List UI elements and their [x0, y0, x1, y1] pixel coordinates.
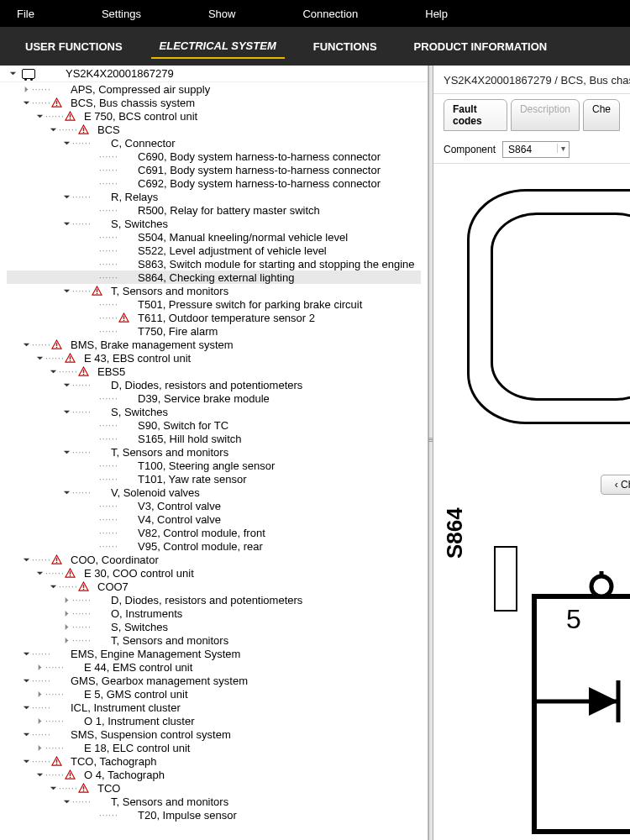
- expand-icon[interactable]: [60, 634, 72, 646]
- tree-item[interactable]: ······C691, Body system harness-to-harne…: [7, 163, 421, 176]
- expand-icon[interactable]: [60, 621, 72, 633]
- collapse-icon[interactable]: [20, 755, 32, 767]
- tree-root[interactable]: YS2K4X20001867279: [0, 66, 428, 82]
- tree-item[interactable]: ······EBS5: [7, 365, 421, 378]
- tree-item[interactable]: ······BCS: [7, 123, 421, 136]
- collapse-icon[interactable]: [60, 218, 72, 229]
- tree-item[interactable]: ······V, Solenoid valves: [7, 486, 421, 499]
- tree-item[interactable]: ······S, Switches: [7, 405, 421, 418]
- collapse-icon[interactable]: [47, 782, 59, 794]
- tree-item[interactable]: ······BMS, Brake management system: [7, 338, 421, 351]
- tree-item[interactable]: ······T, Sensors and monitors: [7, 284, 421, 297]
- tree-item[interactable]: ······COO7: [7, 580, 421, 593]
- collapse-icon[interactable]: [20, 97, 32, 108]
- collapse-icon[interactable]: [47, 123, 59, 135]
- tree-item[interactable]: ······ICL, Instrument cluster: [7, 701, 421, 714]
- expand-icon[interactable]: [34, 715, 45, 727]
- expand-icon[interactable]: [34, 742, 45, 753]
- tree-item[interactable]: ······GMS, Gearbox management system: [7, 674, 421, 687]
- tree-item[interactable]: ······T, Sensors and monitors: [7, 445, 421, 459]
- collapse-icon[interactable]: [20, 554, 32, 565]
- tree-item[interactable]: ······T750, Fire alarm: [7, 324, 421, 338]
- tree-item[interactable]: ······TCO, Tachograph: [7, 754, 421, 768]
- collapse-icon[interactable]: [60, 379, 72, 391]
- expand-icon[interactable]: [34, 661, 45, 673]
- collapse-icon[interactable]: [60, 406, 72, 417]
- collapse-icon[interactable]: [60, 285, 72, 297]
- tree-item[interactable]: ······E 44, EMS control unit: [7, 660, 421, 674]
- menu-file[interactable]: File: [17, 8, 34, 20]
- tree-item[interactable]: ······T611, Outdoor temperature sensor 2: [7, 311, 421, 324]
- tree-item[interactable]: ······APS, Compressed air supply: [7, 82, 421, 96]
- collapse-icon[interactable]: [60, 137, 72, 149]
- tree-item[interactable]: ······TCO: [7, 781, 421, 795]
- tree-item[interactable]: ······T, Sensors and monitors: [7, 633, 421, 647]
- collapse-icon[interactable]: [20, 648, 32, 659]
- tree-item[interactable]: ······S522, Level adjustment of vehicle …: [7, 244, 421, 257]
- tree-item[interactable]: ······T100, Steering angle sensor: [7, 459, 421, 472]
- collapse-icon[interactable]: [20, 728, 32, 740]
- tree-item[interactable]: ······EMS, Engine Management System: [7, 647, 421, 660]
- tree-item[interactable]: ······C690, Body system harness-to-harne…: [7, 150, 421, 163]
- tree-item[interactable]: ······S165, Hill hold switch: [7, 432, 421, 445]
- collapse-icon[interactable]: [7, 68, 18, 80]
- collapse-icon[interactable]: [47, 580, 59, 592]
- tree-item[interactable]: ······S864, Checking external lighting: [7, 270, 421, 284]
- menu-settings[interactable]: Settings: [102, 8, 141, 20]
- tree-item[interactable]: ······T, Sensors and monitors: [7, 795, 421, 808]
- collapse-icon[interactable]: [60, 446, 72, 458]
- tab-user-functions[interactable]: USER FUNCTIONS: [17, 35, 131, 58]
- tree-item[interactable]: ······V82, Control module, front: [7, 526, 421, 539]
- tree-item[interactable]: ······V3, Control valve: [7, 499, 421, 512]
- tree-panel[interactable]: YS2K4X20001867279 ······APS, Compressed …: [0, 66, 428, 840]
- menu-show[interactable]: Show: [208, 8, 236, 20]
- collapse-icon[interactable]: [20, 675, 32, 686]
- tree-item[interactable]: ······C692, Body system harness-to-harne…: [7, 176, 421, 190]
- collapse-icon[interactable]: [20, 339, 32, 350]
- tab-product-information[interactable]: PRODUCT INFORMATION: [406, 35, 556, 58]
- collapse-icon[interactable]: [34, 110, 45, 122]
- tree-item[interactable]: ······O, Instruments: [7, 606, 421, 620]
- check-button[interactable]: ‹ Check: [601, 475, 630, 495]
- collapse-icon[interactable]: [34, 769, 45, 780]
- tree-item[interactable]: ······D, Diodes, resistors and potentiom…: [7, 593, 421, 606]
- tree-item[interactable]: ······S, Switches: [7, 217, 421, 230]
- tree-item[interactable]: ······SMS, Suspension control system: [7, 727, 421, 741]
- tree-item[interactable]: ······V95, Control module, rear: [7, 539, 421, 553]
- subtab-check[interactable]: Che: [583, 99, 620, 131]
- tree-item[interactable]: ······COO, Coordinator: [7, 553, 421, 566]
- tree-item[interactable]: ······S90, Switch for TC: [7, 418, 421, 432]
- tree-item[interactable]: ······O 4, Tachograph: [7, 768, 421, 781]
- collapse-icon[interactable]: [47, 365, 59, 377]
- tree-item[interactable]: ······R, Relays: [7, 190, 421, 203]
- tree-item[interactable]: ······E 5, GMS control unit: [7, 687, 421, 701]
- tab-electrical-system[interactable]: ELECTRICAL SYSTEM: [151, 34, 285, 59]
- menu-help[interactable]: Help: [425, 8, 448, 20]
- collapse-icon[interactable]: [20, 701, 32, 713]
- tree-item[interactable]: ······O 1, Instrument cluster: [7, 714, 421, 727]
- tree-item[interactable]: ······E 18, ELC control unit: [7, 741, 421, 754]
- expand-icon[interactable]: [34, 688, 45, 700]
- tree-item[interactable]: ······E 30, COO control unit: [7, 566, 421, 580]
- collapse-icon[interactable]: [60, 486, 72, 498]
- tree-item[interactable]: ······T101, Yaw rate sensor: [7, 472, 421, 486]
- tree-item[interactable]: ······C, Connector: [7, 136, 421, 150]
- tree-item[interactable]: ······E 750, BCS control unit: [7, 109, 421, 123]
- tree-item[interactable]: ······S863, Switch module for starting a…: [7, 257, 421, 270]
- expand-icon[interactable]: [60, 594, 72, 606]
- component-dropdown[interactable]: S864: [502, 141, 570, 158]
- collapse-icon[interactable]: [34, 567, 45, 579]
- collapse-icon[interactable]: [60, 795, 72, 807]
- expand-icon[interactable]: [20, 83, 32, 95]
- collapse-icon[interactable]: [60, 191, 72, 202]
- tree-item[interactable]: ······D39, Service brake module: [7, 391, 421, 405]
- tree-item[interactable]: ······BCS, Bus chassis system: [7, 96, 421, 109]
- tree-item[interactable]: ······V4, Control valve: [7, 512, 421, 526]
- tab-functions[interactable]: FUNCTIONS: [305, 35, 386, 58]
- expand-icon[interactable]: [60, 607, 72, 619]
- tree-item[interactable]: ······S, Switches: [7, 620, 421, 633]
- tree-item[interactable]: ······T20, Impulse sensor: [7, 808, 421, 822]
- tree-item[interactable]: ······T501, Pressure switch for parking …: [7, 297, 421, 311]
- tree-item[interactable]: ······D, Diodes, resistors and potentiom…: [7, 378, 421, 391]
- tree-item[interactable]: ······S504, Manual kneeling/normal vehic…: [7, 230, 421, 244]
